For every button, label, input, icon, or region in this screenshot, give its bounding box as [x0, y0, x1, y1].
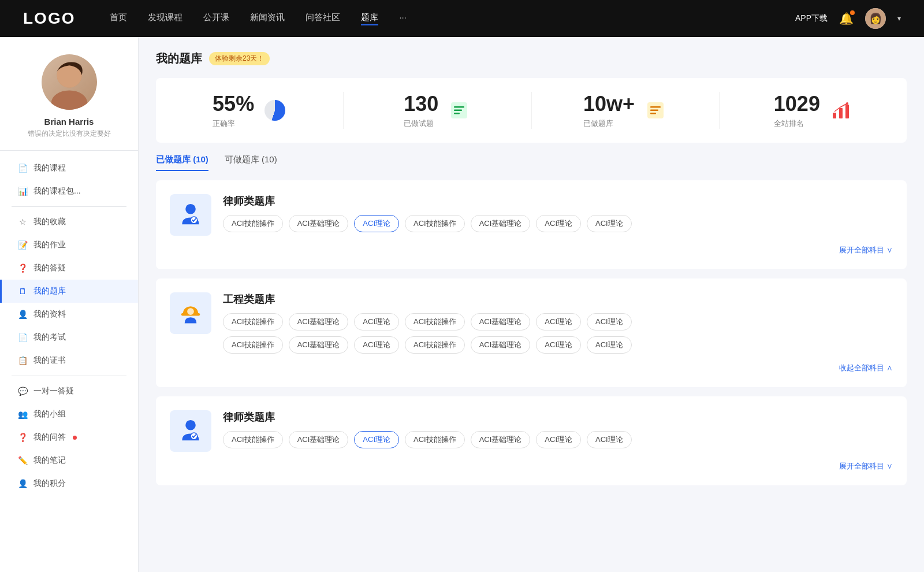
- bank-tag[interactable]: ACI理论: [354, 431, 399, 448]
- bank-tag[interactable]: ACI理论: [354, 215, 399, 232]
- rank-label: 全站排名: [774, 118, 820, 129]
- nav-links: 首页 发现课程 公开课 新闻资讯 问答社区 题库 ···: [110, 12, 795, 25]
- bank-section-lawyer-2: 律师类题库 ACI技能操作 ACI基础理论 ACI理论 ACI技能操作 ACI基…: [156, 396, 907, 485]
- bank-tag[interactable]: ACI技能操作: [405, 215, 465, 232]
- accuracy-label: 正确率: [213, 118, 254, 129]
- svg-rect-12: [839, 108, 843, 118]
- my-cert-icon: 📋: [17, 355, 28, 366]
- sidebar-item-my-info[interactable]: 👤 我的资料: [0, 303, 138, 326]
- my-bank-icon: 🗒: [17, 286, 28, 296]
- nav-qa[interactable]: 问答社区: [305, 12, 340, 25]
- my-course-label: 我的课程: [33, 163, 66, 173]
- main-content: 我的题库 体验剩余23天！ 55% 正确率 130 已做试题: [139, 37, 924, 572]
- bank-icon-engineer: [170, 292, 211, 334]
- bank-tag[interactable]: ACI技能操作: [223, 336, 283, 354]
- notification-bell[interactable]: 🔔: [839, 12, 854, 25]
- rank-icon: [829, 99, 852, 122]
- bank-tag[interactable]: ACI基础理论: [471, 313, 531, 330]
- my-homework-label: 我的作业: [33, 240, 66, 250]
- bank-tag[interactable]: ACI理论: [587, 215, 632, 232]
- bank-tag[interactable]: ACI技能操作: [223, 215, 283, 232]
- svg-rect-13: [845, 105, 849, 118]
- pie-chart-icon: [264, 100, 285, 121]
- sidebar-divider-1: [12, 206, 126, 207]
- avatar-image: 👩: [865, 8, 886, 29]
- svg-point-1: [51, 90, 87, 110]
- sidebar-item-my-answers[interactable]: ❓ 我的问答: [0, 426, 138, 449]
- sidebar-item-my-bundle[interactable]: 📊 我的课程包...: [0, 180, 138, 203]
- my-exam-label: 我的考试: [33, 332, 66, 343]
- bank-tag[interactable]: ACI基础理论: [289, 431, 349, 448]
- bank-expand-button-1[interactable]: 展开全部科目 ∨: [170, 245, 893, 255]
- sidebar-item-my-exam[interactable]: 📄 我的考试: [0, 326, 138, 349]
- sidebar-item-my-homework[interactable]: 📝 我的作业: [0, 233, 138, 257]
- bank-tags-1: ACI技能操作 ACI基础理论 ACI理论 ACI技能操作 ACI基础理论 AC…: [223, 215, 893, 232]
- bank-tag[interactable]: ACI基础理论: [289, 215, 349, 232]
- my-bank-label: 我的题库: [33, 286, 66, 296]
- bank-collapse-button-2[interactable]: 收起全部科目 ∧: [170, 363, 893, 373]
- bank-title-1: 律师类题库: [223, 194, 893, 208]
- bank-tag[interactable]: ACI理论: [587, 313, 632, 330]
- avatar-chevron-icon[interactable]: ▾: [897, 14, 901, 23]
- bank-tag[interactable]: ACI理论: [536, 431, 581, 448]
- sidebar-item-my-points[interactable]: 👤 我的积分: [0, 472, 138, 495]
- bank-tag[interactable]: ACI技能操作: [405, 431, 465, 448]
- bank-expand-button-3[interactable]: 展开全部科目 ∨: [170, 461, 893, 471]
- sidebar-item-my-favorites[interactable]: ☆ 我的收藏: [0, 210, 138, 233]
- app-download-button[interactable]: APP下载: [795, 13, 828, 24]
- my-group-label: 我的小组: [33, 409, 66, 419]
- bank-tag[interactable]: ACI技能操作: [223, 313, 283, 330]
- bank-title-3: 律师类题库: [223, 410, 893, 424]
- avatar[interactable]: 👩: [865, 8, 886, 29]
- bank-tag[interactable]: ACI基础理论: [289, 313, 349, 330]
- answers-notification-dot: [73, 436, 77, 440]
- nav-news[interactable]: 新闻资讯: [250, 12, 285, 25]
- nav-bank[interactable]: 题库: [361, 12, 378, 25]
- sidebar-item-my-course[interactable]: 📄 我的课程: [0, 157, 138, 180]
- svg-point-15: [185, 204, 196, 214]
- bank-tag[interactable]: ACI理论: [587, 431, 632, 448]
- tab-done[interactable]: 已做题库 (10): [156, 154, 208, 171]
- bank-tag[interactable]: ACI技能操作: [405, 313, 465, 330]
- my-bundle-icon: 📊: [17, 186, 28, 196]
- bank-tag[interactable]: ACI理论: [354, 313, 399, 330]
- bank-tag[interactable]: ACI理论: [587, 336, 632, 354]
- my-homework-icon: 📝: [17, 240, 28, 250]
- sidebar-item-my-group[interactable]: 👥 我的小组: [0, 403, 138, 426]
- bank-tag[interactable]: ACI基础理论: [471, 431, 531, 448]
- bank-tag[interactable]: ACI基础理论: [471, 215, 531, 232]
- sidebar-item-my-bank[interactable]: 🗒 我的题库: [0, 280, 138, 303]
- bank-tag[interactable]: ACI基础理论: [471, 336, 531, 354]
- bank-tag[interactable]: ACI技能操作: [223, 431, 283, 448]
- my-favorites-label: 我的收藏: [33, 217, 66, 227]
- svg-point-14: [846, 102, 848, 105]
- my-notes-label: 我的笔记: [33, 455, 66, 466]
- my-notes-icon: ✏️: [17, 455, 28, 466]
- tab-todo[interactable]: 可做题库 (10): [225, 154, 277, 171]
- my-info-icon: 👤: [17, 309, 28, 320]
- nav-home[interactable]: 首页: [110, 12, 127, 25]
- logo[interactable]: LOGO: [23, 9, 75, 28]
- sidebar-item-my-cert[interactable]: 📋 我的证书: [0, 349, 138, 372]
- my-exam-icon: 📄: [17, 332, 28, 343]
- nav-open[interactable]: 公开课: [203, 12, 229, 25]
- nav-more[interactable]: ···: [399, 12, 407, 25]
- bank-tags-2-row2: ACI技能操作 ACI基础理论 ACI理论 ACI技能操作 ACI基础理论 AC…: [223, 336, 893, 354]
- bank-tag[interactable]: ACI理论: [354, 336, 399, 354]
- bank-section-engineer: 工程类题库 ACI技能操作 ACI基础理论 ACI理论 ACI技能操作 ACI基…: [156, 278, 907, 387]
- sidebar-item-my-notes[interactable]: ✏️ 我的笔记: [0, 449, 138, 472]
- stats-card: 55% 正确率 130 已做试题: [156, 78, 907, 143]
- bank-tag[interactable]: ACI技能操作: [405, 336, 465, 354]
- bank-header-2: 工程类题库 ACI技能操作 ACI基础理论 ACI理论 ACI技能操作 ACI基…: [170, 292, 893, 354]
- bank-title-2: 工程类题库: [223, 292, 893, 306]
- svg-point-19: [185, 420, 196, 430]
- nav-discover[interactable]: 发现课程: [148, 12, 182, 25]
- sidebar-item-one-on-one[interactable]: 💬 一对一答疑: [0, 380, 138, 403]
- sidebar-item-my-questions[interactable]: ❓ 我的答疑: [0, 257, 138, 280]
- bank-tag[interactable]: ACI理论: [536, 215, 581, 232]
- bank-tag[interactable]: ACI基础理论: [289, 336, 349, 354]
- bank-tag[interactable]: ACI理论: [536, 313, 581, 330]
- bank-tag[interactable]: ACI理论: [536, 336, 581, 354]
- bank-tags-2: ACI技能操作 ACI基础理论 ACI理论 ACI技能操作 ACI基础理论 AC…: [223, 313, 893, 330]
- my-answers-icon: ❓: [17, 432, 28, 443]
